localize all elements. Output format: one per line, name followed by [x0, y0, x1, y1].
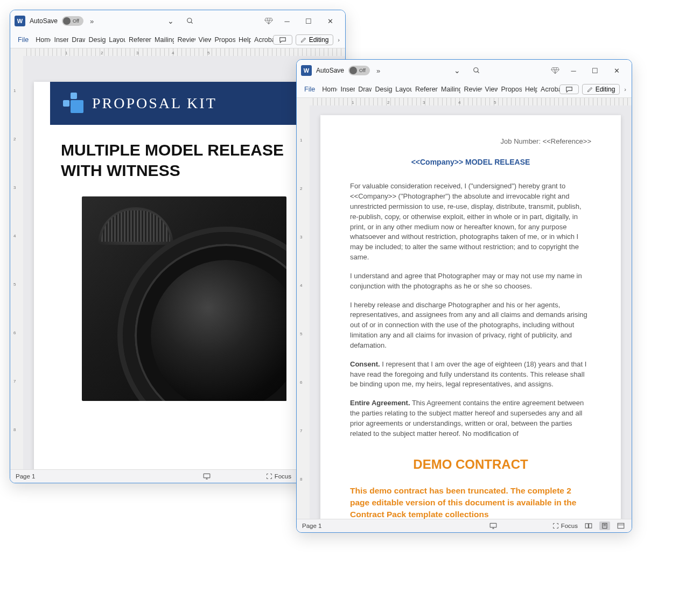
search-icon[interactable] [183, 13, 198, 29]
tab-review[interactable]: Review [174, 34, 195, 46]
word-window-2: W AutoSave Off » ⌄ ─ ☐ ✕ File Home Inser… [296, 59, 632, 533]
editing-mode-button[interactable]: Editing [296, 34, 334, 45]
tab-proposal[interactable]: Proposal [498, 83, 522, 95]
demo-contract-note: This demo contract has been truncated. T… [350, 485, 591, 519]
tab-home[interactable]: Home [319, 83, 337, 95]
print-layout-icon[interactable] [599, 521, 610, 530]
entire-agreement-label: Entire Agreement. [350, 399, 410, 407]
document-area: 1 2 3 4 5 6 7 8 Job Number: <<Reference>… [297, 105, 632, 519]
tab-insert[interactable]: Insert [51, 34, 68, 46]
autosave-toggle[interactable]: Off [348, 66, 370, 75]
tab-help[interactable]: Help [522, 83, 537, 95]
tab-mailings[interactable]: Mailings [438, 83, 460, 95]
tab-design[interactable]: Design [372, 83, 392, 95]
page-viewport[interactable]: Job Number: <<Reference>> <<Company>> MO… [310, 105, 632, 519]
tab-draw[interactable]: Draw [355, 83, 372, 95]
minimize-button[interactable]: ─ [276, 13, 298, 29]
consent-text: I represent that I am over the age of ei… [350, 360, 586, 389]
horizontal-ruler[interactable]: 1 2 3 4 5 [10, 48, 345, 56]
tab-layout[interactable]: Layout [106, 34, 125, 46]
document-page[interactable]: PROPOSAL KIT MULTIPLE MODEL RELEASE WITH… [34, 82, 334, 469]
tab-draw[interactable]: Draw [68, 34, 85, 46]
tab-proposal[interactable]: Proposal [211, 34, 235, 46]
tab-view[interactable]: View [482, 83, 498, 95]
tab-references[interactable]: References [412, 83, 438, 95]
page-number-status[interactable]: Page 1 [16, 473, 35, 480]
display-settings-icon[interactable] [201, 472, 212, 481]
tab-layout[interactable]: Layout [392, 83, 412, 95]
tab-help[interactable]: Help [235, 34, 251, 46]
display-settings-icon[interactable] [488, 521, 499, 530]
tab-file[interactable]: File [299, 83, 317, 95]
comments-button[interactable] [559, 84, 579, 94]
close-button[interactable]: ✕ [606, 63, 627, 78]
word-app-icon: W [15, 16, 25, 26]
window-controls: ─ ☐ ✕ [563, 63, 627, 78]
tab-acrobat[interactable]: Acrobat [251, 34, 273, 46]
horizontal-ruler[interactable]: 1 2 3 4 5 [297, 98, 632, 105]
ruler-mark: 7 [300, 428, 302, 433]
vertical-ruler[interactable]: 1 2 3 4 5 6 7 8 [297, 105, 310, 519]
search-icon[interactable] [469, 63, 484, 78]
ruler-mark: 3 [136, 51, 138, 55]
ribbon-overflow-icon[interactable]: › [623, 86, 627, 93]
ruler-mark: 8 [13, 427, 16, 432]
close-button[interactable]: ✕ [319, 13, 341, 29]
ruler-mark: 4 [458, 100, 460, 105]
autosave-label: AutoSave [316, 67, 344, 74]
page-number-status[interactable]: Page 1 [302, 523, 321, 529]
window-controls: ─ ☐ ✕ [276, 13, 341, 29]
title-line-2: WITH WITNESS [61, 160, 307, 181]
ruler-mark: 3 [423, 100, 425, 105]
editing-mode-button[interactable]: Editing [582, 84, 620, 95]
web-layout-icon[interactable] [615, 521, 626, 530]
svg-point-0 [187, 18, 191, 23]
premium-diamond-icon[interactable] [264, 17, 272, 25]
ruler-mark: 2 [387, 100, 389, 105]
svg-line-9 [477, 72, 479, 73]
tab-file[interactable]: File [12, 34, 30, 46]
titlebar: W AutoSave Off » ⌄ ─ ☐ ✕ [297, 60, 632, 81]
paragraph-entire-agreement: Entire Agreement. This Agreement contain… [350, 398, 591, 439]
tab-review[interactable]: Review [460, 83, 481, 95]
premium-diamond-icon[interactable] [551, 67, 558, 74]
qat-overflow-icon[interactable]: » [374, 67, 382, 75]
tab-insert[interactable]: Insert [337, 83, 355, 95]
status-bar: Page 1 Focus [10, 469, 345, 483]
tab-mailings[interactable]: Mailings [151, 34, 174, 46]
ruler-mark: 1 [65, 51, 67, 55]
ruler-mark: 6 [300, 380, 302, 385]
toggle-knob [63, 17, 71, 25]
dropdown-chevron-icon[interactable]: ⌄ [163, 13, 178, 29]
tab-design[interactable]: Design [85, 34, 106, 46]
focus-label: Focus [275, 473, 291, 480]
ruler-mark: 1 [13, 88, 16, 93]
focus-label: Focus [561, 523, 578, 529]
dropdown-chevron-icon[interactable]: ⌄ [450, 63, 465, 78]
maximize-button[interactable]: ☐ [584, 63, 606, 78]
read-mode-icon[interactable] [583, 521, 594, 530]
paragraph-3: I hereby release and discharge Photograp… [350, 300, 591, 351]
ribbon-tabs: File Home Insert Draw Design Layout Refe… [10, 32, 345, 48]
minimize-button[interactable]: ─ [563, 63, 584, 78]
tab-view[interactable]: View [195, 34, 212, 46]
autosave-toggle[interactable]: Off [62, 16, 83, 26]
qat-overflow-icon[interactable]: » [88, 17, 96, 25]
ruler-mark: 4 [172, 51, 174, 55]
focus-mode-button[interactable]: Focus [552, 523, 578, 529]
ribbon-overflow-icon[interactable]: › [337, 37, 341, 43]
svg-line-1 [191, 22, 192, 24]
vertical-ruler[interactable]: 1 2 3 4 5 6 7 8 [10, 56, 23, 469]
focus-mode-button[interactable]: Focus [266, 473, 291, 480]
tab-home[interactable]: Home [32, 34, 51, 46]
document-title: MULTIPLE MODEL RELEASE WITH WITNESS [34, 125, 334, 191]
comments-button[interactable] [273, 35, 292, 45]
brand-banner: PROPOSAL KIT [50, 82, 318, 125]
tab-acrobat[interactable]: Acrobat [537, 83, 559, 95]
brand-text: PROPOSAL KIT [92, 95, 217, 112]
document-page[interactable]: Job Number: <<Reference>> <<Company>> MO… [320, 115, 621, 519]
maximize-button[interactable]: ☐ [298, 13, 319, 29]
ruler-mark: 2 [101, 51, 103, 55]
svg-rect-10 [490, 523, 496, 527]
tab-references[interactable]: References [125, 34, 151, 46]
